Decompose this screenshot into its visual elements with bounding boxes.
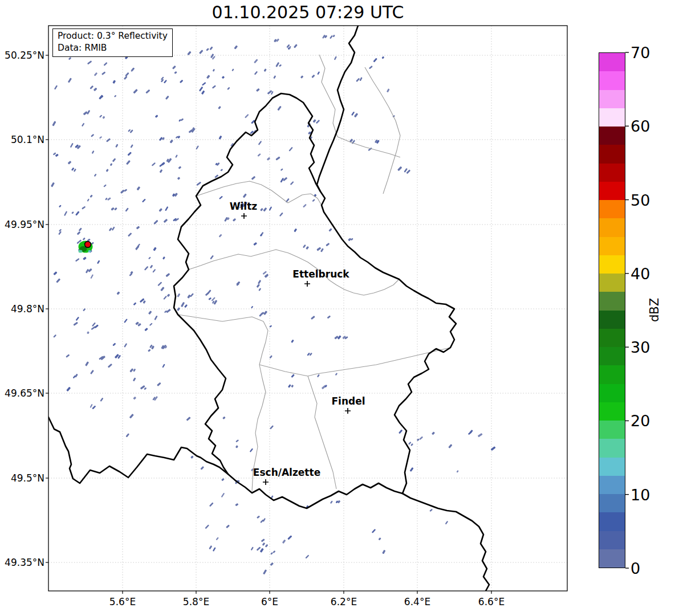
city-label-esch-alzette: Esch/Alzette [253, 467, 320, 478]
colorbar-tick-label: 30 [631, 338, 650, 356]
colorbar-segment [599, 494, 625, 512]
colorbar-segment [599, 421, 625, 439]
colorbar-tick-label: 10 [631, 486, 650, 503]
colorbar-tick-label: 40 [631, 264, 650, 282]
lat-tick-label: 49.8°N [11, 303, 44, 315]
lon-tick-label: 6.2°E [331, 596, 357, 607]
city-plus-icon [241, 213, 247, 219]
product-info-box: Product: 0.3° Reflectivity Data: RMIB [52, 28, 173, 57]
city-plus-icon [263, 479, 269, 485]
radar-map-window: 01.10.2025 07:29 UTC Product: 0.3° Refle… [0, 0, 675, 616]
city-label-ettelbruck: Ettelbruck [292, 268, 349, 280]
colorbar-segment [599, 439, 625, 457]
colorbar-segment [599, 255, 625, 274]
colorbar-tick-label: 60 [631, 117, 650, 135]
colorbar-segment [599, 90, 625, 108]
city-plus-icon [304, 281, 310, 287]
colorbar-segment [599, 108, 625, 127]
colorbar-tick-label: 20 [631, 412, 650, 430]
colorbar-segment [599, 145, 625, 163]
lat-tick-label: 50.25°N [5, 50, 44, 61]
axis-ticks [46, 55, 491, 594]
data-source-line: Data: RMIB [58, 42, 168, 54]
radar-map [0, 0, 675, 616]
lat-tick-label: 49.5°N [11, 472, 44, 484]
lat-tick-label: 49.65°N [5, 387, 44, 399]
colorbar-segment [599, 549, 625, 568]
lon-tick-label: 6.6°E [478, 596, 505, 607]
colorbar-segment [599, 71, 625, 89]
colorbar-segment [599, 329, 625, 347]
country-borders [48, 26, 489, 591]
colorbar-segment [599, 512, 625, 531]
lon-tick-label: 5.6°E [109, 596, 136, 607]
colorbar-tick-label: 50 [631, 191, 650, 209]
colorbar-segment [599, 476, 625, 494]
city-label-findel: Findel [331, 395, 365, 407]
city-markers [241, 213, 351, 485]
city-label-wiltz: Wiltz [230, 201, 257, 212]
colorbar-segment [599, 53, 625, 71]
colorbar-segment [599, 182, 625, 200]
colorbar-segment [599, 237, 625, 255]
lat-tick-label: 49.35°N [5, 557, 44, 568]
colorbar-segment [599, 311, 625, 329]
colorbar-segment [599, 347, 625, 365]
colorbar-segment [599, 384, 625, 402]
colorbar-segment [599, 274, 625, 292]
clutter-echoes [51, 34, 496, 574]
colorbar-segment [599, 218, 625, 236]
lon-tick-label: 5.8°E [183, 596, 209, 607]
colorbar-segment [599, 292, 625, 310]
colorbar-segment [599, 200, 625, 218]
colorbar-segment [599, 365, 625, 384]
dbz-colorbar [599, 52, 625, 568]
radar-site-marker [85, 242, 91, 248]
colorbar-tick-label: 70 [631, 44, 650, 62]
colorbar-axis-label: dBZ [648, 298, 661, 322]
colorbar-segment [599, 458, 625, 476]
colorbar-segment [599, 402, 625, 421]
strong-echo-cell [76, 238, 94, 253]
lon-tick-label: 6°E [261, 596, 278, 607]
colorbar-tick-label: 0 [631, 560, 640, 577]
lon-tick-label: 6.4°E [404, 596, 430, 607]
colorbar-segment [599, 164, 625, 182]
city-plus-icon [345, 408, 351, 414]
colorbar-segment [599, 127, 625, 145]
lat-tick-label: 49.95°N [5, 219, 44, 230]
product-line: Product: 0.3° Reflectivity [58, 30, 168, 42]
colorbar-segment [599, 531, 625, 549]
lat-tick-label: 50.1°N [11, 134, 44, 145]
